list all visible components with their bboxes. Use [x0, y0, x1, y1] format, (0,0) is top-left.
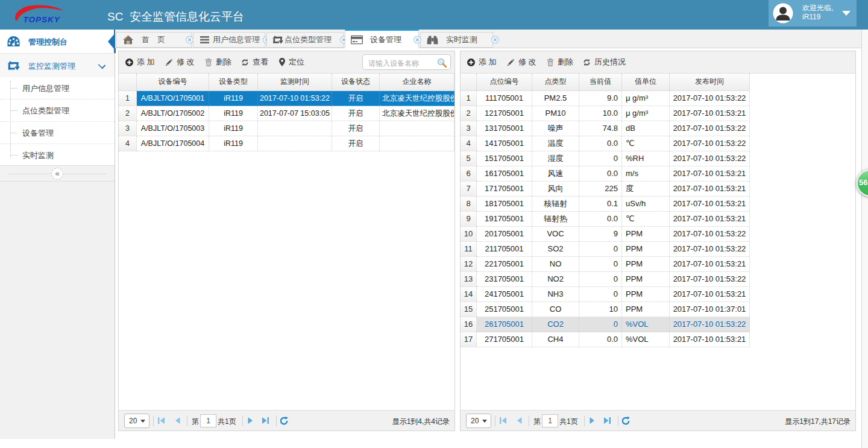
svg-text:TOPSKY: TOPSKY: [24, 15, 61, 24]
